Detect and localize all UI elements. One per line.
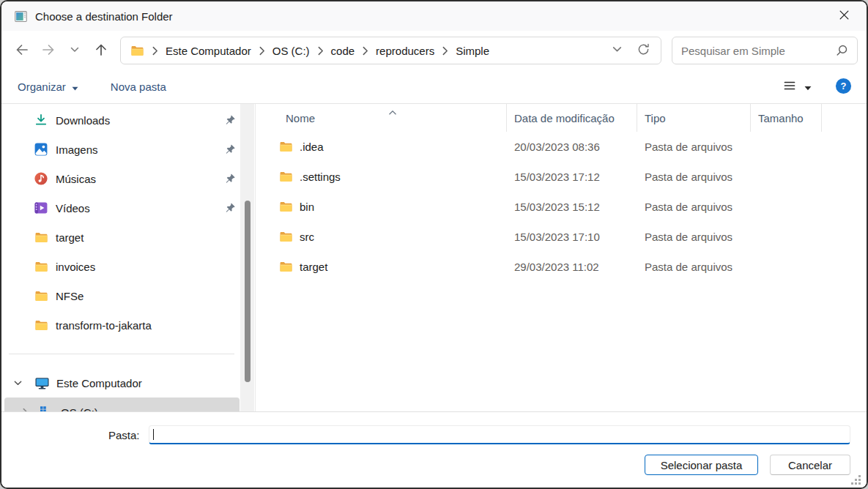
breadcrumb-item-este-computador[interactable]: Este Computador xyxy=(166,45,251,57)
sidebar-item-downloads[interactable]: Downloads xyxy=(1,105,255,135)
folder-icon xyxy=(34,230,48,244)
breadcrumb-item-reproducers[interactable]: reproducers xyxy=(376,45,434,57)
sidebar-item-label: Imagens xyxy=(56,143,98,156)
refresh-button[interactable] xyxy=(631,39,655,62)
folder-icon xyxy=(278,260,293,275)
footer-buttons: Selecionar pasta Cancelar xyxy=(1,455,850,475)
breadcrumb-item-code[interactable]: code xyxy=(331,45,355,57)
pin-icon xyxy=(225,173,236,184)
file-row-idea[interactable]: .idea20/03/2023 08:36Pasta de arquivos xyxy=(256,132,867,162)
sort-ascending-icon xyxy=(388,105,397,118)
caret-down-dark-icon xyxy=(804,81,812,93)
dialog-icon xyxy=(15,10,27,23)
dialog-body: DownloadsImagensMúsicasVídeostargetinvoi… xyxy=(1,104,867,411)
file-modified: 15/03/2023 17:10 xyxy=(507,231,637,243)
sidebar-item-label: Vídeos xyxy=(56,202,90,214)
image-icon xyxy=(34,142,48,157)
sidebar-scrollbar-thumb[interactable] xyxy=(245,201,251,382)
organize-button[interactable]: Organizar xyxy=(18,81,78,93)
address-chevron-icon xyxy=(612,44,623,57)
file-row-settings[interactable]: .settings15/03/2023 17:12Pasta de arquiv… xyxy=(256,162,867,192)
tree-item-label: OS (C:) xyxy=(61,406,98,412)
address-bar[interactable]: Este ComputadorOS (C:)codereproducersSim… xyxy=(120,37,661,64)
tree-expand-icon[interactable] xyxy=(12,378,23,388)
help-button[interactable]: ? xyxy=(835,78,852,97)
sidebar-item-target[interactable]: target xyxy=(1,223,255,252)
file-name: .settings xyxy=(300,171,341,183)
column-header-tamanho[interactable]: Tamanho xyxy=(751,104,822,132)
resize-grip[interactable] xyxy=(851,475,853,477)
file-type: Pasta de arquivos xyxy=(637,141,751,153)
folder-field-label: Pasta: xyxy=(108,429,140,441)
file-name: target xyxy=(300,261,327,273)
sidebar-item-este-computador[interactable]: Este Computador xyxy=(1,368,255,397)
folder-name-input[interactable] xyxy=(149,426,850,443)
pin-icon xyxy=(225,202,236,213)
column-header-data-de-modifica-o[interactable]: Data de modificação xyxy=(507,104,637,132)
up-button[interactable] xyxy=(88,37,114,64)
toolbar-right: ? xyxy=(778,75,852,98)
title-bar: Choose a destination Folder xyxy=(1,1,867,31)
help-icon: ? xyxy=(835,78,852,97)
sidebar-scrollbar-track xyxy=(240,104,254,411)
folder-icon xyxy=(278,200,293,214)
search-box xyxy=(672,37,858,64)
folder-icon xyxy=(130,43,144,58)
cancel-button[interactable]: Cancelar xyxy=(770,455,850,475)
recent-locations-button[interactable] xyxy=(62,37,88,64)
svg-text:?: ? xyxy=(841,80,847,91)
column-header-tipo[interactable]: Tipo xyxy=(637,104,751,132)
folder-icon xyxy=(34,259,48,274)
change-view-button[interactable] xyxy=(778,75,816,98)
quick-access-list: DownloadsImagensMúsicasVídeostargetinvoi… xyxy=(1,105,255,340)
chevron-right-icon xyxy=(317,45,324,56)
search-icon xyxy=(835,44,848,57)
file-row-target[interactable]: target29/03/2023 11:02Pasta de arquivos xyxy=(256,252,867,282)
sidebar-item-os-c[interactable]: OS (C:) xyxy=(4,397,240,411)
sidebar-item-imagens[interactable]: Imagens xyxy=(1,135,255,164)
chevron-right-icon xyxy=(442,45,448,56)
refresh-icon xyxy=(637,42,650,59)
breadcrumb-item-os-c[interactable]: OS (C:) xyxy=(272,45,310,57)
music-icon xyxy=(34,171,48,186)
address-dropdown-button[interactable] xyxy=(605,39,628,62)
window-title: Choose a destination Folder xyxy=(35,10,173,23)
folder-icon xyxy=(278,230,293,244)
pin-icon xyxy=(225,143,236,154)
sidebar-item-nfse[interactable]: NFSe xyxy=(1,281,255,310)
breadcrumb-item-simple[interactable]: Simple xyxy=(456,45,489,57)
organize-label: Organizar xyxy=(18,81,66,93)
close-button[interactable] xyxy=(833,5,855,27)
sidebar-item-label: invoices xyxy=(56,261,95,273)
folder-name-row: Pasta: xyxy=(1,425,850,444)
file-name-cell: src xyxy=(256,230,507,244)
file-type: Pasta de arquivos xyxy=(637,231,751,243)
file-name-cell: .idea xyxy=(256,140,507,154)
file-list: .idea20/03/2023 08:36Pasta de arquivos.s… xyxy=(256,132,867,282)
file-modified: 15/03/2023 17:12 xyxy=(507,171,637,183)
back-button[interactable] xyxy=(9,37,35,64)
select-folder-button[interactable]: Selecionar pasta xyxy=(645,455,758,475)
details-view-icon xyxy=(782,78,797,95)
file-row-bin[interactable]: bin15/03/2023 15:12Pasta de arquivos xyxy=(256,192,867,222)
column-header-nome[interactable]: Nome xyxy=(256,104,507,132)
computer-icon xyxy=(34,376,50,391)
file-type: Pasta de arquivos xyxy=(637,201,751,213)
download-icon xyxy=(34,113,48,127)
forward-button[interactable] xyxy=(35,37,62,64)
sidebar-item-transform-to-jakarta[interactable]: transform-to-jakarta xyxy=(1,310,255,340)
sidebar-item-label: Downloads xyxy=(56,114,110,127)
close-icon xyxy=(839,10,850,23)
file-modified: 29/03/2023 11:02 xyxy=(507,261,637,273)
sidebar-item-m-sicas[interactable]: Músicas xyxy=(1,164,255,193)
search-input[interactable] xyxy=(681,45,829,57)
file-type: Pasta de arquivos xyxy=(637,171,751,183)
text-caret xyxy=(153,429,154,440)
file-type: Pasta de arquivos xyxy=(637,261,751,273)
sidebar-item-v-deos[interactable]: Vídeos xyxy=(1,193,255,223)
folder-icon xyxy=(34,288,48,303)
sidebar-item-invoices[interactable]: invoices xyxy=(1,252,255,281)
folder-icon xyxy=(278,140,293,154)
new-folder-button[interactable]: Nova pasta xyxy=(111,81,166,93)
file-row-src[interactable]: src15/03/2023 17:10Pasta de arquivos xyxy=(256,222,867,252)
